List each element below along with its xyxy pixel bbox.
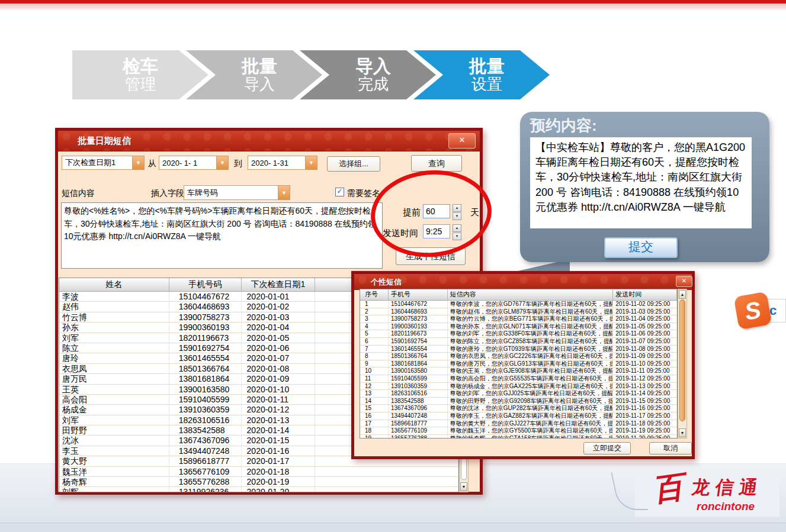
table-cell: 刘军 <box>59 333 169 343</box>
column-header: 下次检查日期1 <box>242 278 316 291</box>
table-row[interactable]: 1813656776109尊敬的魏玉洋，您的京GY5500车辆距离年检日期还有6… <box>360 427 677 435</box>
submit-now-button[interactable]: 立即提交 <box>583 442 631 454</box>
table-row[interactable]: 313900758273尊敬的竹云博，您的京BEG771车辆距离年检日期还有60… <box>360 315 677 323</box>
need-sign-label: 需要签名 <box>347 188 380 199</box>
table-row[interactable]: 杨奇辉136557762882020-01-19 <box>59 477 458 487</box>
table-cell: 尊敬的陈立，您的京GCZ858车辆距离年检日期还有60天，提醒... <box>448 338 613 345</box>
table-cell: 2019-11-07 09:25:00 <box>613 338 677 345</box>
sogou-s-icon[interactable]: S <box>734 292 772 330</box>
insert-field-select[interactable]: 车牌号码 ▼ <box>184 185 290 200</box>
table-cell: 13900163580 <box>169 385 242 394</box>
table-cell: 13601465554 <box>389 346 448 353</box>
table-cell: 13656776109 <box>169 467 242 476</box>
table-row[interactable]: 213604468693尊敬的赵伟，您的京GLM879车辆距离年检日期还有60天… <box>360 308 677 316</box>
table-cell: 尊敬的田野野，您的京G92098车辆距离年检日期还有60天，提... <box>448 398 613 405</box>
table-cell: 13601465554 <box>169 353 242 363</box>
table-cell: 2019-11-14 09:25:00 <box>613 390 677 397</box>
table-row[interactable]: 1715896618777尊敬的黄大野，您的京GJJ227车辆距离年检日期还有6… <box>360 420 677 428</box>
table-cell: 11 <box>360 375 389 382</box>
table-cell: 2020-01-02 <box>242 302 316 311</box>
table-cell: 2020-01-11 <box>242 395 316 404</box>
table-cell: 唐万民 <box>59 374 169 383</box>
table-cell: 15 <box>360 405 389 412</box>
step-1[interactable]: 检车管理 <box>72 50 208 99</box>
table-row[interactable]: 1115910405599尊敬的高会阳，您的京G55535车辆距离年检日期还有6… <box>360 375 677 383</box>
table-cell: 2020-01-20 <box>242 487 316 492</box>
table-cell: 2020-01-17 <box>242 456 316 466</box>
dialog-titlebar[interactable]: 个性短信 ✕ <box>354 274 692 290</box>
table-cell: 15104467672 <box>389 301 448 308</box>
table-cell: 18201196673 <box>389 330 448 337</box>
table-row[interactable]: 1213910360359尊敬的杨成金，您的京GAX225车辆距离年检日期还有6… <box>360 383 677 391</box>
table-cell: 4 <box>360 323 389 330</box>
sms-template-input[interactable]: 尊敬的<%姓名%>，您的<%车牌号码%>车辆距离年检日期还有60天，提醒您按时检… <box>61 202 383 269</box>
table-cell: 13900163580 <box>389 367 448 375</box>
table-cell: 唐玲 <box>59 353 169 363</box>
column-header: 短信内容 <box>448 289 613 300</box>
table-cell: 8 <box>360 353 389 360</box>
table-cell: 15896618777 <box>389 420 448 427</box>
personal-table-scrollbar[interactable]: ▲ ▼ <box>678 289 687 439</box>
chevron-down-icon[interactable]: ▼ <box>216 156 228 169</box>
close-icon[interactable]: ✕ <box>448 133 476 149</box>
date-to-picker[interactable]: 2020- 1-31 ▼ <box>248 156 317 170</box>
table-cell: 2019-11-11 09:25:00 <box>613 367 677 375</box>
table-cell: 尊敬的高会阳，您的京G55535车辆距离年检日期还有60天，提... <box>448 375 613 382</box>
table-cell: 衣思凤 <box>59 364 169 373</box>
table-row[interactable]: 818501366764尊敬的衣思凤，您的京GC2226车辆距离年检日期还有60… <box>360 353 677 360</box>
callout-heading: 预约内容: <box>530 115 597 136</box>
table-row[interactable]: 419900360193尊敬的孙东，您的京GLN071车辆距离年检日期还有60天… <box>360 323 677 331</box>
table-cell: 2020-01-14 <box>242 425 316 435</box>
scroll-up-icon[interactable]: ▲ <box>679 290 686 299</box>
personal-table-header: 序号手机号短信内容发送时间 <box>360 289 677 301</box>
table-row[interactable]: 刘辉131199262362020-01-20 <box>59 487 458 492</box>
table-cell: 2019-11-08 09:25:00 <box>613 346 677 353</box>
scroll-down-icon[interactable]: ▼ <box>460 482 467 491</box>
table-cell: 2020-01-03 <box>242 312 316 322</box>
table-row[interactable]: 913801681864尊敬的唐万民，您的京GLG913车辆距离年检日期还有60… <box>360 360 677 368</box>
need-sign-checkbox[interactable]: ✓ <box>335 188 344 196</box>
table-row[interactable]: 1318263106516尊敬的刘军，您的京GJJ025车辆距离年检日期还有60… <box>360 390 677 398</box>
table-row[interactable]: 115104467672尊敬的李波，您的京GD7677车辆距离年检日期还有60天… <box>360 301 677 308</box>
table-row[interactable]: 1013900163580尊敬的王英，您的京GJE908车辆距离年检日期还有60… <box>360 367 677 375</box>
table-cell: 2019-11-18 09:25:00 <box>613 420 677 427</box>
table-cell: 13801681864 <box>389 360 448 367</box>
table-cell: 13604468693 <box>389 308 448 315</box>
table-cell: 2020-01-19 <box>242 477 316 486</box>
dialog-titlebar[interactable]: 批量日期短信 ✕ <box>58 131 480 151</box>
table-row[interactable]: 1513674367096尊敬的沈冰，您的京GUP282车辆距离年检日期还有60… <box>360 405 677 412</box>
table-row[interactable]: 1613494407248尊敬的李玉，您的京GAZ882车辆距离年检日期还有60… <box>360 412 677 420</box>
table-row[interactable]: 魏玉洋136567761092020-01-18 <box>59 467 458 477</box>
table-row[interactable]: 141383542588尊敬的田野野，您的京G92098车辆距离年检日期还有60… <box>360 398 677 405</box>
table-cell: 13900758273 <box>389 315 448 323</box>
table-cell: 13119926236 <box>169 487 242 492</box>
table-cell: 13604468693 <box>169 302 242 311</box>
table-cell: 16 <box>360 412 389 420</box>
chevron-down-icon[interactable]: ▼ <box>132 156 144 169</box>
date-from-picker[interactable]: 2020- 1- 1 ▼ <box>159 156 229 170</box>
table-row[interactable]: 518201196673尊敬的刘军，您的京G338F0车辆距离年检日期还有60天… <box>360 330 677 338</box>
table-cell: 2019-11-10 09:25:00 <box>613 360 677 367</box>
table-cell: 3 <box>360 315 389 323</box>
table-row[interactable]: 615901692754尊敬的陈立，您的京GCZ858车辆距离年检日期还有60天… <box>360 338 677 346</box>
chevron-down-icon[interactable]: ▼ <box>278 186 290 199</box>
personal-sms-dialog: 个性短信 ✕ 序号手机号短信内容发送时间 115104467672尊敬的李波，您… <box>351 271 695 459</box>
select-group-button[interactable]: 选择组... <box>327 156 380 172</box>
submit-button[interactable]: 提交 <box>604 237 678 258</box>
from-label: 从 <box>148 159 156 169</box>
table-row[interactable]: 713601465554尊敬的唐玲，您的京GT0939车辆距离年检日期还有60天… <box>360 346 677 353</box>
chevron-down-icon[interactable]: ▼ <box>305 156 317 169</box>
table-cell: 2020-01-08 <box>242 364 316 373</box>
cancel-button[interactable]: 取消 <box>649 442 692 454</box>
field-select[interactable]: 下次检查日期1 ▼ <box>62 156 145 170</box>
table-cell: 2020-01-06 <box>242 343 316 353</box>
close-icon[interactable]: ✕ <box>676 276 692 287</box>
table-cell: 13656776109 <box>389 427 448 434</box>
scrollbar-thumb[interactable] <box>679 299 685 421</box>
table-cell: 2 <box>360 308 389 315</box>
table-row[interactable]: 1913655776288尊敬的杨奇辉，您的京GTA158车辆距离年检日期还有6… <box>360 435 677 439</box>
query-button[interactable]: 查询 <box>411 155 462 172</box>
step-subtitle: 导入 <box>244 76 275 93</box>
table-cell: 19 <box>360 435 389 439</box>
scroll-down-icon[interactable]: ▼ <box>679 428 686 437</box>
